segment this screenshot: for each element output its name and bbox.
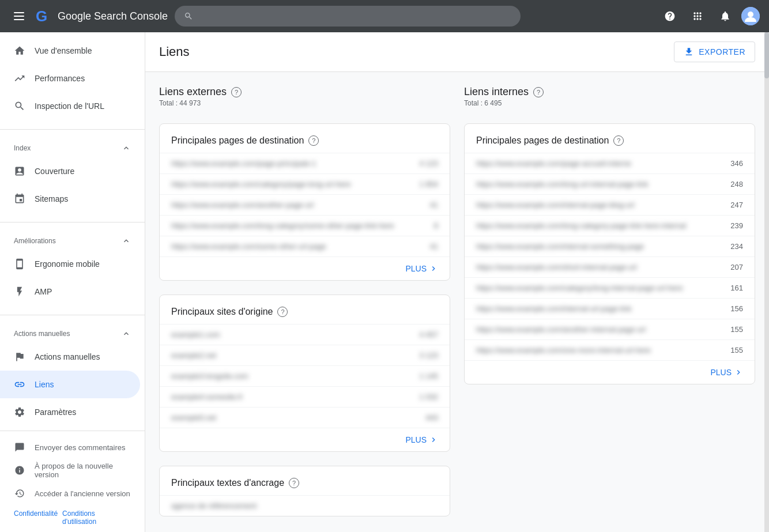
chevron-right-icon: [429, 264, 438, 273]
main-layout: Vue d'ensemble Performances Inspection d…: [0, 32, 769, 532]
sidebar-item-amp[interactable]: AMP: [0, 278, 140, 305]
site-val-1: 4 457: [419, 330, 438, 339]
sidebar-label-couverture: Couverture: [35, 167, 126, 176]
search-input[interactable]: [198, 12, 511, 21]
url-int-2: https://www.example.com/long-url-interna…: [476, 180, 721, 188]
link-icon: [14, 379, 25, 390]
sidebar-item-inspection[interactable]: Inspection de l'URL: [0, 92, 140, 120]
val-ext-3: 41: [430, 201, 438, 209]
help-sites[interactable]: ?: [277, 307, 288, 317]
url-int-5: https://www.example.com/internal-somethi…: [476, 242, 721, 251]
url-int-3: https://www.example.com/internal-page-bl…: [476, 201, 721, 209]
sidebar-section-actions[interactable]: Actions manuelles: [0, 325, 145, 343]
scrollbar-track[interactable]: [764, 32, 769, 532]
help-ancrage[interactable]: ?: [289, 478, 299, 488]
url-ext-1: https://www.example.com/page-principale-…: [171, 159, 410, 168]
sidebar-item-ancienne-version[interactable]: Accéder à l'ancienne version: [0, 482, 145, 505]
sidebar-item-liens[interactable]: Liens: [0, 371, 140, 398]
svg-rect-1: [14, 16, 24, 17]
sidebar-label-actions-manuelles: Actions manuelles: [35, 352, 126, 361]
table-row: https://www.example.com/another-internal…: [465, 319, 755, 339]
privacy-link[interactable]: Confidentialité: [14, 510, 58, 526]
sidebar-section-ameliorations[interactable]: Améliorations: [0, 232, 145, 250]
sitemap-icon: [14, 193, 25, 205]
card-title-sites: Principaux sites d'origine ?: [160, 295, 450, 324]
sidebar-item-couverture[interactable]: Couverture: [0, 157, 140, 185]
liens-externes-title: Liens externes: [159, 86, 227, 98]
avatar[interactable]: [741, 7, 760, 25]
sidebar-item-sitemaps[interactable]: Sitemaps: [0, 185, 140, 213]
feedback-icon: [14, 442, 25, 453]
table-row: https://www.example.com/page-principale-…: [160, 153, 450, 173]
search-bar[interactable]: [175, 6, 521, 27]
url-ext-5: https://www.example.com/some-other-url-p…: [171, 242, 421, 251]
url-int-8: https://www.example.com/internal-url-pag…: [476, 304, 721, 313]
sidebar-item-vue-ensemble[interactable]: Vue d'ensemble: [0, 37, 140, 65]
sidebar-item-ergonomie[interactable]: Ergonomie mobile: [0, 250, 140, 278]
conditions-link[interactable]: Conditions d'utilisation: [62, 510, 131, 526]
plus-link-internes[interactable]: PLUS: [710, 368, 743, 377]
table-row: https://www.example.com/one-more-interna…: [465, 339, 755, 360]
sidebar-item-commentaires[interactable]: Envoyer des commentaires: [0, 436, 145, 459]
table-row: https://www.example.com/page-accueil-int…: [465, 153, 755, 173]
page-title: Liens: [159, 44, 190, 59]
svg-point-5: [748, 12, 753, 17]
table-row: https://www.example.com/internal-somethi…: [465, 236, 755, 256]
card-footer-externes: PLUS: [160, 256, 450, 280]
sidebar-label-performances: Performances: [35, 74, 126, 83]
plus-link-externes[interactable]: PLUS: [405, 264, 438, 273]
sidebar-section-index[interactable]: Index: [0, 139, 145, 157]
url-ext-3: https://www.example.com/another-page-url: [171, 201, 421, 209]
help-principales-internes[interactable]: ?: [613, 135, 624, 146]
val-int-2: 248: [730, 180, 743, 188]
sidebar-label-sitemaps: Sitemaps: [35, 194, 126, 203]
bolt-icon: [14, 286, 25, 297]
search-icon: [184, 12, 193, 21]
sidebar-label-vue-ensemble: Vue d'ensemble: [35, 46, 126, 55]
liens-internes-help[interactable]: ?: [533, 87, 544, 97]
table-row: example4-somesite.fr 1 032: [160, 386, 450, 407]
table-row: https://www.example.com/category/long-in…: [465, 277, 755, 298]
val-ext-2: 1 854: [419, 180, 438, 188]
sidebar-label-commentaires: Envoyer des commentaires: [35, 443, 126, 452]
chevron-up-icon: [122, 144, 131, 153]
val-int-1: 346: [730, 159, 743, 168]
sidebar-item-parametres[interactable]: Paramètres: [0, 398, 140, 426]
sidebar-item-nouvelle-version[interactable]: À propos de la nouvelle version: [0, 459, 145, 482]
url-int-6: https://www.example.com/short-internal-p…: [476, 263, 721, 271]
card-title-principales-internes: Principales pages de destination ?: [465, 124, 755, 153]
help-principales-externes[interactable]: ?: [308, 135, 319, 146]
val-int-9: 155: [730, 325, 743, 334]
svg-rect-2: [14, 19, 24, 20]
notifications-button[interactable]: [714, 5, 737, 28]
val-ext-4: 8: [434, 221, 438, 230]
help-button[interactable]: [658, 5, 681, 28]
scrollbar-thumb[interactable]: [764, 32, 769, 78]
val-int-3: 247: [730, 201, 743, 209]
smartphone-icon: [14, 258, 25, 270]
svg-rect-0: [14, 12, 24, 13]
table-row: example2.net 3 123: [160, 345, 450, 365]
plus-link-sites[interactable]: PLUS: [405, 435, 438, 444]
card-title-principales-externes: Principales pages de destination ?: [160, 124, 450, 153]
card-footer-sites: PLUS: [160, 428, 450, 451]
card-textes-ancrage: Principaux textes d'ancrage ? agence de …: [159, 466, 450, 516]
ancrage-1: agence de référencement: [171, 501, 429, 510]
card-principales-pages-internes: Principales pages de destination ? https…: [464, 123, 755, 384]
sidebar-item-actions-manuelles[interactable]: Actions manuelles: [0, 343, 140, 371]
table-row: https://www.example.com/another-page-url…: [160, 194, 450, 215]
liens-internes-total: Total : 6 495: [464, 99, 755, 107]
content-area: Liens externes ? Total : 44 973 Principa…: [145, 72, 769, 530]
liens-externes-help[interactable]: ?: [231, 87, 242, 97]
download-icon: [684, 47, 694, 57]
apps-button[interactable]: [686, 5, 709, 28]
table-row: https://www.example.com/short-internal-p…: [465, 256, 755, 277]
val-int-8: 156: [730, 304, 743, 313]
export-button[interactable]: EXPORTER: [674, 41, 755, 62]
hamburger-menu[interactable]: [9, 7, 29, 25]
liens-internes-title: Liens internes: [464, 86, 529, 98]
card-title-ancrage: Principaux textes d'ancrage ?: [160, 466, 450, 495]
sidebar-item-performances[interactable]: Performances: [0, 65, 140, 92]
site-val-5: 443: [425, 413, 438, 422]
table-row: https://www.example.com/some-other-url-p…: [160, 236, 450, 256]
